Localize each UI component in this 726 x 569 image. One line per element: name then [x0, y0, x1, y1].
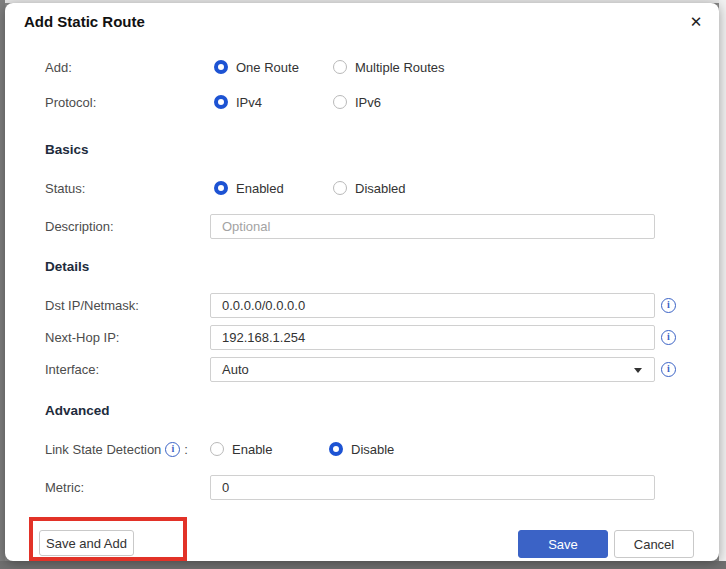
radio-multiple-routes[interactable]: Multiple Routes	[333, 60, 445, 75]
radio-selected-icon	[329, 442, 343, 456]
add-static-route-dialog: Add Static Route ✕ Add: One Route Multip…	[5, 3, 719, 561]
description-input[interactable]	[210, 214, 655, 239]
protocol-radio-group: IPv4 IPv6	[214, 95, 262, 110]
interface-selected-value: Auto	[222, 362, 249, 377]
interface-label: Interface:	[45, 362, 99, 377]
section-basics: Basics	[45, 142, 89, 162]
description-label: Description:	[45, 219, 114, 234]
radio-unselected-icon	[333, 181, 347, 195]
radio-selected-icon	[214, 95, 228, 109]
row-link-state: Link State Detection i : Enable Disable	[5, 436, 719, 462]
row-next-hop: Next-Hop IP: i	[5, 324, 719, 350]
radio-disabled[interactable]: Disabled	[333, 181, 406, 196]
radio-disable[interactable]: Disable	[329, 442, 394, 457]
next-hop-label: Next-Hop IP:	[45, 330, 119, 345]
page-background-bottom	[0, 561, 726, 569]
section-advanced: Advanced	[45, 403, 110, 423]
link-state-label: Link State Detection i :	[45, 442, 188, 457]
radio-enable[interactable]: Enable	[210, 442, 272, 457]
cancel-button[interactable]: Cancel	[614, 530, 694, 558]
radio-one-route[interactable]: One Route	[214, 60, 299, 75]
screen: Add Static Route ✕ Add: One Route Multip…	[0, 0, 726, 569]
radio-enabled[interactable]: Enabled	[214, 181, 284, 196]
info-icon[interactable]: i	[661, 330, 676, 345]
status-label: Status:	[45, 181, 85, 196]
metric-input[interactable]	[210, 475, 655, 500]
radio-ipv4[interactable]: IPv4	[214, 95, 262, 110]
info-icon[interactable]: i	[661, 362, 676, 377]
next-hop-input[interactable]	[210, 325, 655, 350]
chevron-down-icon	[634, 368, 642, 373]
info-icon[interactable]: i	[661, 298, 676, 313]
dst-ip-input[interactable]	[210, 293, 655, 318]
radio-unselected-icon	[333, 60, 347, 74]
radio-ipv6[interactable]: IPv6	[333, 95, 381, 110]
add-radio-group: One Route Multiple Routes	[214, 60, 299, 75]
info-icon[interactable]: i	[165, 442, 180, 457]
save-button[interactable]: Save	[518, 530, 608, 558]
radio-unselected-icon	[210, 442, 224, 456]
row-dst-ip: Dst IP/Netmask: i	[5, 292, 719, 318]
dialog-title: Add Static Route	[24, 13, 145, 30]
row-metric: Metric:	[5, 474, 719, 500]
interface-select[interactable]: Auto	[210, 357, 655, 382]
row-protocol: Protocol: IPv4 IPv6	[5, 89, 719, 115]
row-description: Description:	[5, 213, 719, 239]
radio-selected-icon	[214, 181, 228, 195]
add-label: Add:	[45, 60, 72, 75]
row-add: Add: One Route Multiple Routes	[5, 54, 719, 80]
dst-ip-label: Dst IP/Netmask:	[45, 298, 139, 313]
section-details: Details	[45, 259, 89, 279]
link-state-radio-group: Enable Disable	[210, 442, 272, 457]
page-background-right	[719, 0, 726, 569]
radio-unselected-icon	[333, 95, 347, 109]
close-icon[interactable]: ✕	[685, 11, 707, 33]
save-and-add-button[interactable]: Save and Add	[39, 530, 134, 556]
radio-selected-icon	[214, 60, 228, 74]
status-radio-group: Enabled Disabled	[214, 181, 284, 196]
row-interface: Interface: Auto i	[5, 356, 719, 382]
row-status: Status: Enabled Disabled	[5, 175, 719, 201]
metric-label: Metric:	[45, 480, 84, 495]
protocol-label: Protocol:	[45, 95, 96, 110]
